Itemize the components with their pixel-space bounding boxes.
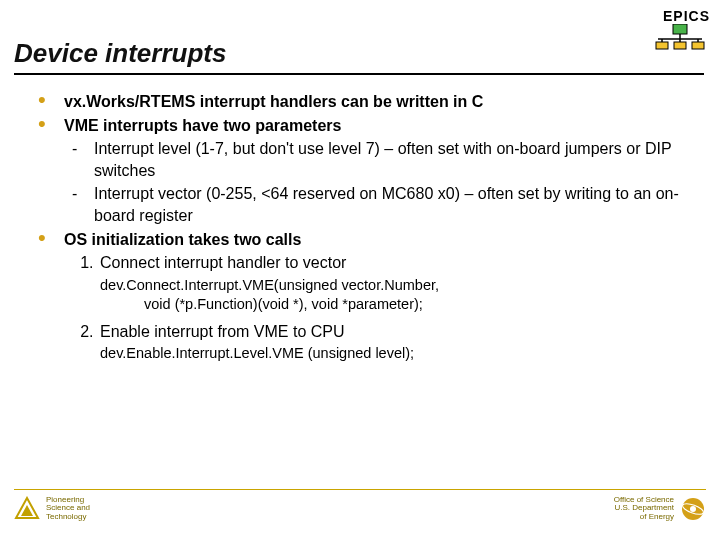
bullet-2-sub-1: - Interrupt level (1-7, but don't use le… [70,138,692,181]
argonne-logo-icon [14,496,40,522]
code-line: void (*p.Function)(void *), void *parame… [100,295,692,315]
brand-header: EPICS [652,8,710,50]
bullet-3-sub-2-text: Enable interrupt from VME to CPU [100,323,345,340]
bullet-1-text: vx.Works/RTEMS interrupt handlers can be… [64,93,483,110]
svg-rect-0 [673,24,687,34]
bullet-2-sub-2: - Interrupt vector (0-255, <64 reserved … [70,183,692,226]
bullet-3-sub-1-text: Connect interrupt handler to vector [100,254,346,271]
svg-rect-7 [674,42,686,49]
footer-left: Pioneering Science and Technology [14,496,90,522]
footer-left-line: Technology [46,513,90,522]
title-wrap: Device interrupts [0,0,720,75]
code-block-2: dev.Enable.Interrupt.Level.VME (unsigned… [100,344,692,364]
footer-right: Office of Science U.S. Department of Ene… [614,496,706,522]
svg-rect-8 [692,42,704,49]
bullet-2-sub-1-text: Interrupt level (1-7, but don't use leve… [94,140,671,179]
doe-logo-icon [680,496,706,522]
dash-icon: - [72,183,77,205]
bullet-3-sub-1: Connect interrupt handler to vector dev.… [98,252,692,315]
bullet-1: vx.Works/RTEMS interrupt handlers can be… [38,91,692,113]
bullet-2: VME interrupts have two parameters - Int… [38,115,692,227]
footer-left-text: Pioneering Science and Technology [46,496,90,522]
dash-icon: - [72,138,77,160]
code-line: dev.Enable.Interrupt.Level.VME (unsigned… [100,344,692,364]
bullet-2-sub-2-text: Interrupt vector (0-255, <64 reserved on… [94,185,679,224]
bullet-3-sub-2: Enable interrupt from VME to CPU dev.Ena… [98,321,692,364]
slide-content: vx.Works/RTEMS interrupt handlers can be… [0,75,720,364]
footer-right-line: of Energy [614,513,674,522]
bullet-3-text: OS initialization takes two calls [64,231,301,248]
bullet-2-text: VME interrupts have two parameters [64,117,341,134]
footer: Pioneering Science and Technology Office… [14,489,706,522]
page-title: Device interrupts [14,38,704,75]
epics-logo-icon [652,24,710,50]
svg-point-13 [690,506,696,512]
bullet-3: OS initialization takes two calls Connec… [38,229,692,364]
svg-rect-6 [656,42,668,49]
code-line: dev.Connect.Interrupt.VME(unsigned vecto… [100,276,692,296]
brand-name: EPICS [663,8,710,24]
footer-right-text: Office of Science U.S. Department of Ene… [614,496,674,522]
code-block-1: dev.Connect.Interrupt.VME(unsigned vecto… [100,276,692,315]
